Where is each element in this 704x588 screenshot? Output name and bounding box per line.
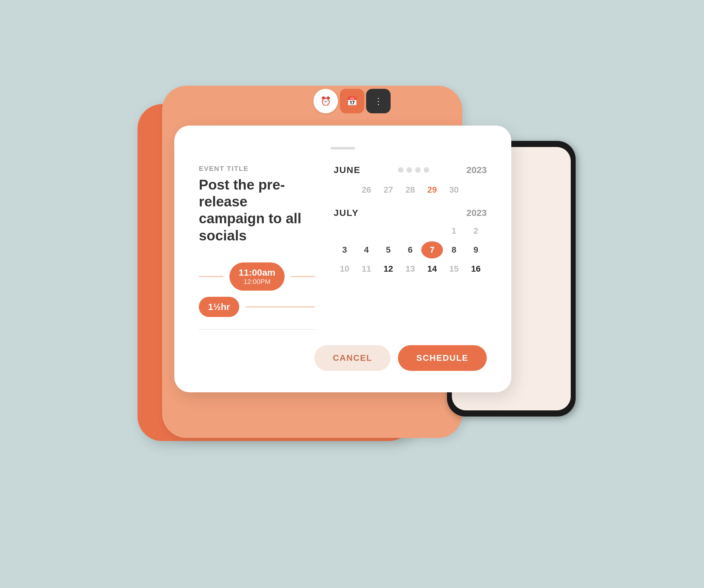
calendar-panel: JUNE 2023 26 27 28 29 30 <box>334 165 487 330</box>
cal-cell[interactable]: 13 <box>399 260 421 277</box>
cal-cell[interactable]: 29 <box>421 181 443 198</box>
more-button[interactable]: ⋮ <box>366 89 391 113</box>
june-header: JUNE 2023 <box>334 165 487 175</box>
duration-row: 1½hr <box>199 297 315 317</box>
more-icon: ⋮ <box>374 96 383 106</box>
cal-cell[interactable]: 26 <box>355 181 377 198</box>
alarm-icon: ⏰ <box>320 96 331 106</box>
july-grid: 1 2 3 4 5 6 7 8 9 10 11 12 13 14 15 16 <box>334 222 487 277</box>
time-badge[interactable]: 11:00am 12:00PM <box>229 262 285 290</box>
left-panel: EVENT TITLE Post the pre-release campaig… <box>199 165 315 330</box>
event-title-value: Post the pre-release campaign to all soc… <box>199 176 315 244</box>
cal-cell[interactable]: 16 <box>465 260 487 277</box>
cal-cell[interactable]: 15 <box>443 260 465 277</box>
june-month-name: JUNE <box>334 165 361 175</box>
cal-cell[interactable]: 8 <box>443 241 465 258</box>
divider <box>199 329 315 330</box>
cal-cell <box>421 222 443 240</box>
july-year: 2023 <box>466 208 487 218</box>
cal-cell-selected[interactable]: 7 <box>421 241 443 258</box>
cal-cell[interactable]: 30 <box>443 181 465 198</box>
cal-cell[interactable]: 6 <box>399 241 421 258</box>
cal-cell <box>355 222 377 240</box>
dialog-handle <box>331 147 355 149</box>
cal-cell[interactable]: 5 <box>377 241 399 258</box>
cal-cell <box>334 181 355 198</box>
time-row: 11:00am 12:00PM <box>199 262 315 290</box>
calendar-button[interactable]: 📅 <box>340 89 364 113</box>
june-year: 2023 <box>466 165 487 175</box>
time-slider-left[interactable] <box>199 276 223 277</box>
cal-cell[interactable]: 11 <box>355 260 377 277</box>
cal-cell[interactable]: 28 <box>399 181 421 198</box>
july-header: JULY 2023 <box>334 208 487 218</box>
cal-cell[interactable]: 4 <box>355 241 377 258</box>
start-time: 11:00am <box>239 267 276 278</box>
cal-cell[interactable]: 1 <box>443 222 465 240</box>
nav-dot-2[interactable] <box>407 167 412 173</box>
june-grid: 26 27 28 29 30 <box>334 181 487 198</box>
cal-cell[interactable]: 14 <box>421 260 443 277</box>
time-section: 11:00am 12:00PM 1½hr <box>199 262 315 317</box>
july-month-name: JULY <box>334 208 359 218</box>
toolbar: ⏰ 📅 ⋮ <box>313 89 391 113</box>
cal-cell[interactable]: 3 <box>334 241 355 258</box>
nav-dot-3[interactable] <box>415 167 421 173</box>
cal-cell[interactable]: 12 <box>377 260 399 277</box>
cal-cell <box>334 222 355 240</box>
duration-slider[interactable] <box>245 306 315 308</box>
cal-cell <box>465 181 487 198</box>
cal-cell[interactable]: 9 <box>465 241 487 258</box>
schedule-dialog: EVENT TITLE Post the pre-release campaig… <box>174 126 511 392</box>
duration-badge[interactable]: 1½hr <box>199 297 239 317</box>
june-nav <box>398 167 429 173</box>
event-title-label: EVENT TITLE <box>199 165 315 173</box>
cal-cell <box>399 222 421 240</box>
cal-cell[interactable]: 2 <box>465 222 487 240</box>
cal-cell[interactable]: 10 <box>334 260 355 277</box>
alarm-button[interactable]: ⏰ <box>313 89 338 113</box>
time-slider-right[interactable] <box>291 276 315 277</box>
schedule-button[interactable]: SCHEDULE <box>398 345 487 371</box>
cancel-button[interactable]: CANCEL <box>314 345 391 371</box>
cal-cell <box>377 222 399 240</box>
calendar-icon: 📅 <box>347 96 357 106</box>
nav-dot-4[interactable] <box>424 167 429 173</box>
nav-dot-1[interactable] <box>398 167 404 173</box>
end-time: 12:00PM <box>239 278 276 286</box>
cal-cell[interactable]: 27 <box>377 181 399 198</box>
dialog-footer: CANCEL SCHEDULE <box>199 345 487 371</box>
